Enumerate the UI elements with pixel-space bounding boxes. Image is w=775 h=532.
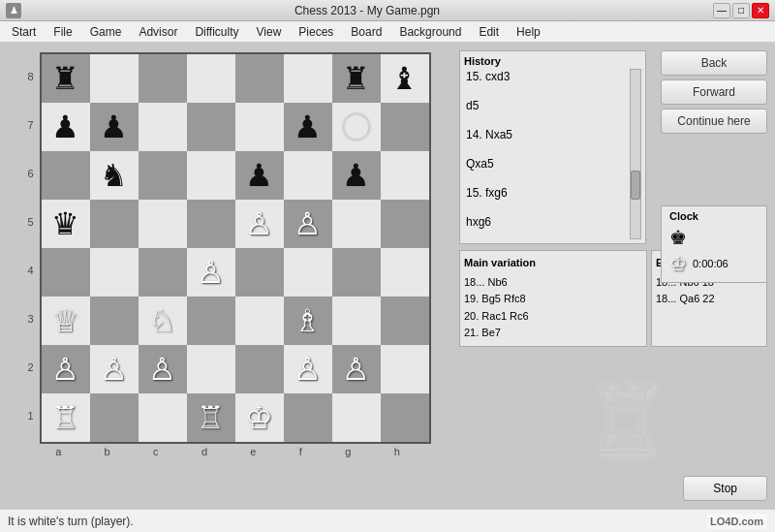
square-a6[interactable] — [42, 151, 90, 200]
piece-b2 — [100, 351, 128, 388]
chess-board[interactable] — [40, 52, 431, 444]
square-c5[interactable] — [139, 200, 187, 248]
menu-help[interactable]: Help — [509, 23, 548, 41]
square-e5[interactable] — [235, 200, 284, 248]
piece-a7 — [51, 109, 79, 145]
maximize-button[interactable]: □ — [732, 3, 750, 18]
white-king-icon: ♔ — [669, 252, 687, 275]
square-h4[interactable] — [381, 248, 429, 297]
square-b7[interactable] — [90, 103, 139, 151]
square-d8[interactable] — [187, 54, 235, 103]
white-time: 0:00:06 — [693, 258, 728, 269]
history-row[interactable]: d5 — [464, 98, 628, 113]
square-h7[interactable] — [381, 103, 429, 151]
square-c8[interactable] — [139, 54, 187, 103]
square-h6[interactable] — [381, 151, 429, 200]
square-e3[interactable] — [235, 297, 284, 345]
square-b4[interactable] — [90, 248, 139, 297]
history-row[interactable]: hxg6 — [464, 214, 628, 230]
continue-here-button[interactable]: Continue here — [661, 109, 767, 134]
square-g7[interactable] — [332, 103, 381, 151]
square-e8[interactable] — [235, 54, 284, 103]
square-f6[interactable] — [284, 151, 332, 200]
square-f4[interactable] — [284, 248, 332, 297]
square-d7[interactable] — [187, 103, 235, 151]
circle-g7 — [342, 112, 371, 141]
square-b6[interactable] — [90, 151, 139, 200]
square-g5[interactable] — [332, 200, 381, 248]
square-c6[interactable] — [139, 151, 187, 200]
square-e4[interactable] — [235, 248, 284, 297]
square-a3[interactable] — [42, 297, 90, 345]
square-d3[interactable] — [187, 297, 235, 345]
square-g1[interactable] — [332, 393, 381, 442]
square-e2[interactable] — [235, 345, 284, 393]
square-c2[interactable] — [139, 345, 187, 393]
square-d1[interactable] — [187, 393, 235, 442]
square-h3[interactable] — [381, 297, 429, 345]
square-b3[interactable] — [90, 297, 139, 345]
scrollbar-thumb[interactable] — [631, 171, 640, 200]
square-a1[interactable] — [42, 393, 90, 442]
square-h8[interactable] — [381, 54, 429, 103]
square-f3[interactable] — [284, 297, 332, 345]
square-c1[interactable] — [139, 393, 187, 442]
history-row[interactable]: 15. cxd3 — [464, 69, 628, 84]
menu-edit[interactable]: Edit — [471, 23, 507, 41]
forward-button[interactable]: Forward — [661, 79, 767, 105]
square-g4[interactable] — [332, 248, 381, 297]
square-g8[interactable] — [332, 54, 381, 103]
square-f5[interactable] — [284, 200, 332, 248]
menu-background[interactable]: Background — [391, 23, 469, 41]
square-f8[interactable] — [284, 54, 332, 103]
square-e7[interactable] — [235, 103, 284, 151]
menu-pieces[interactable]: Pieces — [291, 23, 341, 41]
history-row[interactable]: Qxa5 — [464, 156, 628, 172]
square-d5[interactable] — [187, 200, 235, 248]
menu-file[interactable]: File — [46, 23, 79, 41]
square-f2[interactable] — [284, 345, 332, 393]
square-h2[interactable] — [381, 345, 429, 393]
square-d4[interactable] — [187, 248, 235, 297]
square-e1[interactable] — [235, 393, 284, 442]
stop-button[interactable]: Stop — [683, 476, 767, 501]
menu-difficulty[interactable]: Difficulty — [187, 23, 246, 41]
square-g2[interactable] — [332, 345, 381, 393]
square-c7[interactable] — [139, 103, 187, 151]
square-h1[interactable] — [381, 393, 429, 442]
square-c3[interactable] — [139, 297, 187, 345]
square-e6[interactable] — [235, 151, 284, 200]
piece-a5 — [51, 205, 79, 242]
back-button[interactable]: Back — [661, 50, 767, 76]
minimize-button[interactable]: — — [713, 3, 730, 18]
square-d6[interactable] — [187, 151, 235, 200]
app-icon: ♟ — [6, 3, 21, 18]
history-row[interactable]: 15. fxg6 — [464, 185, 628, 201]
scrollbar-track[interactable] — [630, 69, 641, 239]
close-button[interactable]: ✕ — [752, 3, 769, 18]
square-h5[interactable] — [381, 200, 429, 248]
square-a2[interactable] — [42, 345, 90, 393]
square-g3[interactable] — [332, 297, 381, 345]
square-b8[interactable] — [90, 54, 139, 103]
square-b2[interactable] — [90, 345, 139, 393]
square-a7[interactable] — [42, 103, 90, 151]
square-b5[interactable] — [90, 200, 139, 248]
square-a5[interactable] — [42, 200, 90, 248]
history-wrapper[interactable]: 15. cxd3 d5 14. Nxa5 Qxa5 15. fxg6 hxg6 … — [464, 69, 641, 239]
square-c4[interactable] — [139, 248, 187, 297]
menu-advisor[interactable]: Advisor — [131, 23, 185, 41]
square-f1[interactable] — [284, 393, 332, 442]
square-a4[interactable] — [42, 248, 90, 297]
menu-game[interactable]: Game — [82, 23, 130, 41]
square-d2[interactable] — [187, 345, 235, 393]
square-a8[interactable] — [42, 54, 90, 103]
menu-board[interactable]: Board — [343, 23, 389, 41]
square-g6[interactable] — [332, 151, 381, 200]
window-controls: — □ ✕ — [713, 3, 769, 18]
menu-start[interactable]: Start — [4, 23, 44, 41]
history-row[interactable]: 14. Nxa5 — [464, 127, 628, 142]
square-f7[interactable] — [284, 103, 332, 151]
square-b1[interactable] — [90, 393, 139, 442]
menu-view[interactable]: View — [249, 23, 290, 41]
